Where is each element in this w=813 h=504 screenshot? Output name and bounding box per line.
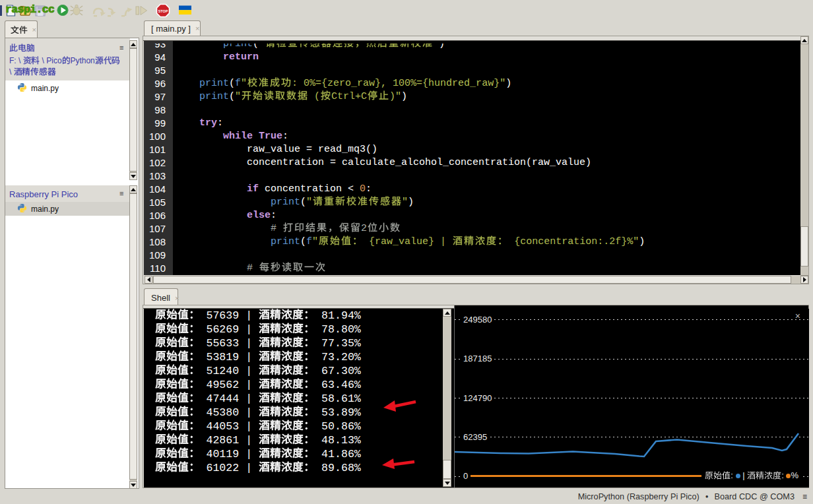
svg-text:STOP: STOP bbox=[158, 9, 168, 13]
